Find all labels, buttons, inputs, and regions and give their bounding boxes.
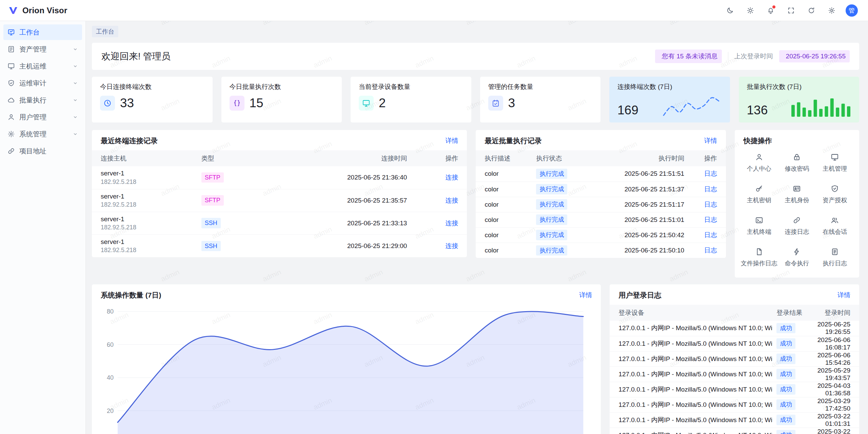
sidebar-item-project-repo[interactable]: 项目地址 (3, 143, 82, 159)
stat-card-today-terminal-connections: 今日连接终端次数33 (92, 77, 213, 122)
task-icon (488, 96, 503, 111)
quick-action-change-password[interactable]: 修改密码 (778, 153, 816, 173)
sidebar-item-user-management[interactable]: 用户管理 (3, 109, 82, 125)
stat-title: 今日连接终端次数 (100, 82, 204, 91)
batch-record-row: color执行完成2025-06-25 21:50:42日志 (476, 227, 726, 243)
sidebar-item-ops-audit[interactable]: 运维审计 (3, 75, 82, 91)
quick-action-label: 命令执行 (785, 259, 809, 267)
refresh-button[interactable] (805, 4, 818, 17)
log-link[interactable]: 日志 (704, 216, 717, 223)
logo-icon (8, 5, 18, 16)
chevron-down-icon (73, 80, 78, 86)
unread-messages-label: 您有 15 条未读消息 (662, 52, 718, 61)
login-result-tag: 成功 (776, 369, 795, 379)
sidebar-item-batch-execution[interactable]: 批量执行 (3, 92, 82, 108)
log-link[interactable]: 日志 (704, 201, 717, 208)
sun-icon (747, 7, 754, 14)
recent-terminal-connections-card: 最近终端连接记录 详情 连接主机类型连接时间操作server-1182.92.5… (92, 130, 467, 257)
log-link[interactable]: 日志 (704, 231, 717, 239)
welcome-meta: 您有 15 条未读消息 上次登录时间 2025-06-25 19:26:55 (655, 50, 850, 63)
connect-link[interactable]: 连接 (445, 220, 458, 227)
execution-status-tag: 执行完成 (536, 199, 567, 209)
user-avatar[interactable]: 管 (846, 4, 858, 17)
connect-link[interactable]: 连接 (445, 242, 458, 249)
connection-time: 2025-06-25 21:35:57 (263, 189, 411, 212)
log-link[interactable]: 日志 (704, 186, 717, 193)
quick-action-host-management[interactable]: 主机管理 (816, 153, 854, 173)
stat-title: 当前登录设备数量 (359, 82, 463, 91)
unread-messages-badge[interactable]: 您有 15 条未读消息 (655, 50, 722, 63)
stat-value: 2 (379, 96, 386, 110)
sidebar-collapse-button[interactable] (69, 418, 81, 430)
login-logs-detail-link[interactable]: 详情 (837, 291, 850, 300)
notifications-button[interactable] (764, 4, 777, 17)
execution-description: color (476, 212, 532, 227)
stat-title: 管理的任务数量 (488, 82, 593, 91)
brightness-button[interactable] (744, 4, 757, 17)
theme-toggle-button[interactable] (724, 4, 736, 17)
login-device: 127.0.0.1 - 内网IP - Mozilla/5.0 (Windows … (610, 397, 772, 412)
quick-action-personal-center[interactable]: 个人中心 (740, 153, 778, 173)
sidebar-item-workbench[interactable]: 工作台 (3, 24, 82, 40)
protocol-tag: SSH (201, 218, 221, 228)
terminal-records-detail-link[interactable]: 详情 (445, 136, 458, 145)
execution-time: 2025-06-25 21:51:51 (589, 166, 688, 182)
execution-time: 2025-06-25 21:50:10 (589, 243, 688, 258)
column-header: 登录结果 (772, 305, 806, 321)
fullscreen-button[interactable] (785, 4, 797, 17)
login-device: 127.0.0.1 - 内网IP - Mozilla/5.0 (Windows … (610, 428, 772, 434)
last-login-time-badge: 2025-06-25 19:26:55 (779, 50, 850, 62)
card-title: 系统操作数量 (7日) (101, 290, 161, 300)
connection-time: 2025-06-25 21:36:40 (263, 166, 411, 189)
quick-action-command-execution[interactable]: 命令执行 (778, 248, 816, 267)
execution-time: 2025-06-25 21:51:01 (589, 212, 688, 227)
quick-action-execution-logs[interactable]: 执行日志 (816, 248, 854, 267)
batch-record-row: color执行完成2025-06-25 21:51:37日志 (476, 182, 726, 197)
login-time: 2025-06-06 15:54:26 (806, 351, 859, 366)
connect-link[interactable]: 连接 (445, 197, 458, 204)
stat-value: 136 (747, 103, 768, 117)
host-ip: 182.92.5.218 (101, 223, 193, 231)
connect-link[interactable]: 连接 (445, 174, 458, 181)
ops-chart-detail-link[interactable]: 详情 (579, 291, 592, 300)
quick-action-host-terminal[interactable]: 主机终端 (740, 216, 778, 236)
login-result-tag: 成功 (776, 415, 795, 425)
batch-record-row: color执行完成2025-06-25 21:51:17日志 (476, 197, 726, 212)
execution-time: 2025-06-25 21:50:42 (589, 227, 688, 243)
sidebar-item-asset-management[interactable]: 资产管理 (3, 41, 82, 57)
recent-batch-executions-card: 最近批量执行记录 详情 执行描述执行状态执行时间操作color执行完成2025-… (476, 130, 726, 258)
host-name: server-1 (101, 192, 193, 201)
settings-button[interactable] (825, 4, 838, 17)
breadcrumb: 工作台 (92, 26, 859, 37)
sidebar: 工作台资产管理主机运维运维审计批量执行用户管理系统管理项目地址 (0, 21, 86, 434)
quick-action-file-operation-logs[interactable]: 文件操作日志 (740, 248, 778, 267)
quick-action-label: 在线会话 (823, 228, 847, 236)
batch-record-row: color执行完成2025-06-25 21:51:51日志 (476, 166, 726, 182)
quick-action-host-identities[interactable]: 主机身份 (778, 185, 816, 204)
breadcrumb-item-workbench[interactable]: 工作台 (92, 26, 118, 37)
quick-action-asset-authorization[interactable]: 资产授权 (816, 185, 854, 204)
execution-status-tag: 执行完成 (536, 245, 567, 256)
sidebar-item-host-ops[interactable]: 主机运维 (3, 58, 82, 74)
refresh-icon (808, 7, 815, 14)
user-icon (7, 113, 15, 121)
log-link[interactable]: 日志 (704, 170, 717, 177)
login-result-tag: 成功 (776, 323, 795, 333)
quick-action-online-sessions[interactable]: 在线会话 (816, 216, 854, 236)
batch-executions-table: 执行描述执行状态执行时间操作color执行完成2025-06-25 21:51:… (476, 150, 726, 258)
welcome-banner: 欢迎回来! 管理员 您有 15 条未读消息 上次登录时间 2025-06-25 … (92, 43, 859, 70)
quick-action-host-keys[interactable]: 主机密钥 (740, 185, 778, 204)
quick-action-label: 主机管理 (823, 165, 847, 173)
chevron-down-icon (73, 131, 78, 137)
execution-status-tag: 执行完成 (536, 184, 567, 194)
login-log-row: 127.0.0.1 - 内网IP - Mozilla/5.0 (Windows … (610, 412, 859, 428)
stat-card-terminal-connections-7d: 连接终端次数 (7日)169 (609, 77, 730, 122)
quick-action-connection-logs[interactable]: 连接日志 (778, 216, 816, 236)
execution-status-tag: 执行完成 (536, 169, 567, 179)
card-title: 用户登录日志 (618, 290, 661, 300)
batch-records-detail-link[interactable]: 详情 (704, 136, 717, 145)
log-link[interactable]: 日志 (704, 247, 717, 254)
sparkbar-chart (791, 96, 851, 117)
sidebar-item-system-management[interactable]: 系统管理 (3, 126, 82, 142)
audit-icon (7, 79, 15, 87)
